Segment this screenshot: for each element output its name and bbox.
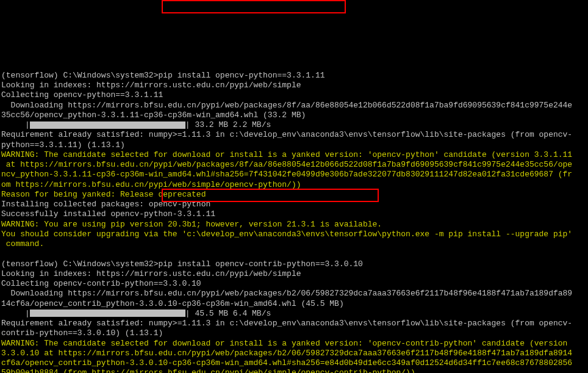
progress-suffix-1: | bbox=[185, 120, 190, 129]
progress-suffix-2: | bbox=[185, 309, 190, 318]
progress-prefix-2: | bbox=[1, 309, 30, 318]
yank-warning-2c: cf6a/opencv_contrib_python-3.3.0.10-cp36… bbox=[1, 358, 572, 368]
progress-text-1: 33.2 MB 2.2 MB/s bbox=[190, 120, 271, 129]
lookup-index-2: Looking in indexes: https://mirrors.ustc… bbox=[1, 269, 301, 278]
requirement-2b: contrib-python==3.3.0.10) (1.13.1) bbox=[1, 328, 163, 338]
highlight-command-1 bbox=[162, 0, 346, 13]
command-1: pip install opencv-python==3.3.1.11 bbox=[158, 71, 324, 80]
pip-warning-1c: command. bbox=[1, 239, 44, 248]
yank-warning-2a: WARNING: The candidate selected for down… bbox=[1, 339, 572, 348]
progress-text-2: 45.5 MB 6.4 MB/s bbox=[190, 309, 271, 318]
installing-1: Installing collected packages: opencv-py… bbox=[1, 200, 210, 209]
requirement-1a: Requirement already satisfied: numpy>=1.… bbox=[1, 130, 572, 139]
success-1: Successfully installed opencv-python-3.3… bbox=[1, 209, 215, 219]
terminal-output[interactable]: (tensorflow) C:\Windows\system32>pip ins… bbox=[1, 71, 587, 373]
collecting-2: Collecting opencv-contrib-python==3.3.0.… bbox=[1, 279, 201, 288]
progress-prefix-1: | bbox=[1, 120, 30, 129]
yank-warning-1c: ncv_python-3.3.1.11-cp36-cp36m-win_amd64… bbox=[1, 170, 572, 179]
yank-warning-1d: om https://mirrors.bfsu.edu.cn/pypi/web/… bbox=[1, 180, 301, 189]
yank-reason-1: Reason for being yanked: Release depreca… bbox=[1, 190, 206, 199]
yank-warning-2b: 3.3.0.10 at https://mirrors.bfsu.edu.cn/… bbox=[1, 349, 572, 358]
progress-bar-2 bbox=[30, 310, 185, 317]
download-url-1a: Downloading https://mirrors.bfsu.edu.cn/… bbox=[1, 101, 572, 110]
requirement-2a: Requirement already satisfied: numpy>=1.… bbox=[1, 319, 572, 328]
yank-warning-1a: WARNING: The candidate selected for down… bbox=[1, 150, 572, 159]
download-url-1b: 35cc56/opencv_python-3.3.1.11-cp36-cp36m… bbox=[1, 110, 306, 120]
progress-bar-1 bbox=[30, 121, 185, 129]
pip-warning-1a: WARNING: You are using pip version 20.3b… bbox=[1, 220, 382, 229]
lookup-index-1: Looking in indexes: https://mirrors.ustc… bbox=[1, 81, 301, 90]
command-2: pip install opencv-contrib-python==3.3.0… bbox=[158, 259, 362, 269]
prompt-line-1: (tensorflow) C:\Windows\system32> bbox=[1, 71, 158, 80]
pip-warning-1b: You should consider upgrading via the 'c… bbox=[1, 230, 572, 239]
requirement-1b: python==3.3.1.11) (1.13.1) bbox=[1, 140, 125, 150]
download-url-2a: Downloading https://mirrors.bfsu.edu.cn/… bbox=[1, 289, 572, 298]
yank-warning-1b: at https://mirrors.bfsu.edu.cn/pypi/web/… bbox=[1, 160, 572, 169]
yank-warning-2d: 59b00e1b8884 (from https://mirrors.bfsu.… bbox=[1, 368, 415, 373]
collecting-1: Collecting opencv-python==3.3.1.11 bbox=[1, 90, 163, 100]
download-url-2b: 14cf6a/opencv_contrib_python-3.3.0.10-cp… bbox=[1, 299, 344, 308]
prompt-line-2: (tensorflow) C:\Windows\system32> bbox=[1, 259, 158, 269]
